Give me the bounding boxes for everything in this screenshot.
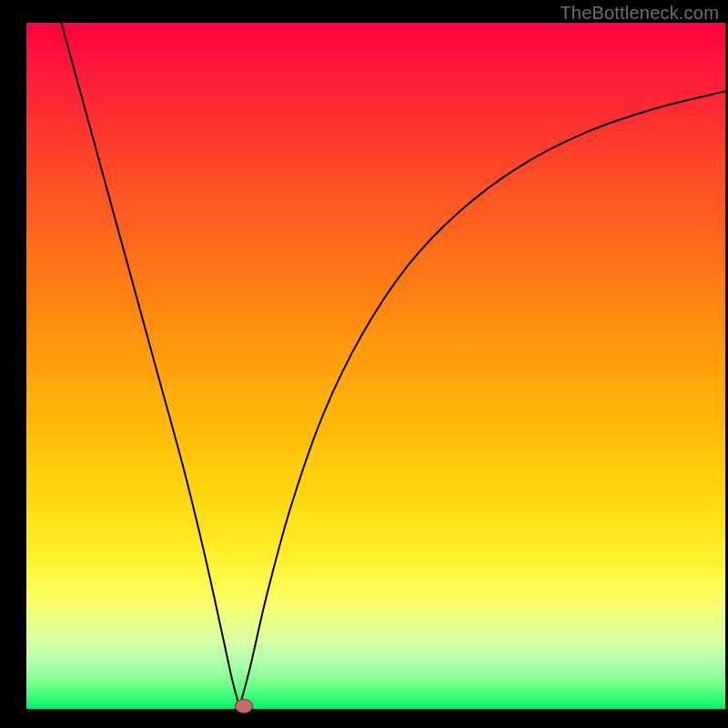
bottleneck-curve: [0, 0, 728, 728]
watermark-text: TheBottleneck.com: [560, 3, 719, 24]
chart-container: TheBottleneck.com: [0, 0, 728, 728]
optimal-point-marker: [235, 699, 253, 713]
